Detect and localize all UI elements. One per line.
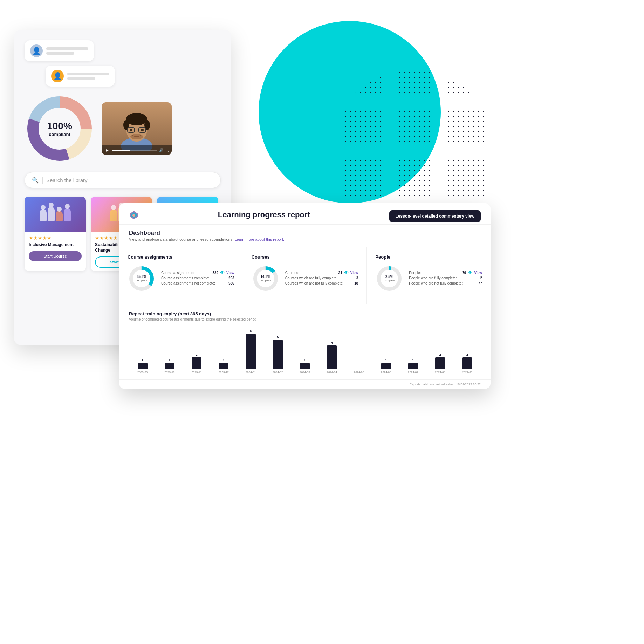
bar-val-2024-07: 1 bbox=[412, 358, 414, 362]
dashboard-desc-text: View and analyse data about course and l… bbox=[129, 237, 233, 241]
bar-label-2024-08: 2024-08 bbox=[427, 371, 454, 374]
chat-line bbox=[67, 77, 95, 80]
courses-donut-pct: 14.3% bbox=[260, 275, 271, 279]
bar-val-2023-11: 2 bbox=[196, 353, 198, 356]
bar-val-2024-09: 2 bbox=[466, 353, 468, 356]
search-bar[interactable]: 🔍 Search the library bbox=[25, 172, 221, 188]
courses-label-incomplete: Courses which are not fully complete: bbox=[285, 281, 343, 285]
courses-row-total: Courses: 21 👁 View bbox=[285, 270, 358, 275]
eye-icon-people: 👁 bbox=[468, 270, 472, 275]
person-icon-2: 👤 bbox=[53, 72, 62, 80]
avatar-1: 👤 bbox=[30, 44, 43, 57]
volume-icon[interactable]: 🔊 bbox=[159, 148, 163, 152]
chat-line bbox=[46, 52, 74, 55]
chat-bubble-2: 👤 bbox=[46, 66, 115, 87]
people-value: 79 👁 View bbox=[462, 270, 482, 275]
bar-2023-11 bbox=[192, 357, 201, 369]
view-link[interactable]: View bbox=[226, 271, 234, 275]
bar-label-2024-01: 2024-01 bbox=[237, 371, 264, 374]
bar-val-2024-01: 6 bbox=[250, 329, 252, 333]
bar-2024-08 bbox=[435, 357, 445, 369]
report-logo bbox=[129, 210, 139, 220]
assignments-donut-pct: 35.3% bbox=[136, 275, 147, 279]
stat-title-courses: Courses bbox=[252, 254, 358, 260]
people-value-complete: 2 bbox=[480, 276, 482, 280]
chat-line bbox=[46, 47, 88, 50]
courses-value: 21 👁 View bbox=[338, 270, 358, 275]
bar-label-2023-12: 2023-12 bbox=[210, 371, 237, 374]
stat-num: 829 bbox=[212, 271, 218, 275]
people-donut-pct: 2.5% bbox=[384, 275, 395, 279]
dashboard-title: Dashboard bbox=[119, 229, 491, 237]
video-progress-bar[interactable] bbox=[112, 150, 157, 151]
bar-group-2024-01: 6 bbox=[237, 329, 264, 369]
assignments-donut-label: 35.3% complete bbox=[136, 275, 147, 282]
brand-logo-icon bbox=[129, 210, 139, 220]
bar-2023-12 bbox=[219, 363, 228, 369]
right-card: Learning progress report Lesson-level de… bbox=[119, 203, 491, 389]
stat-title-people: People bbox=[375, 254, 482, 260]
course-card-inclusive: ★★★★★ Inclusive Management Start Course bbox=[25, 197, 86, 271]
bar-val-2023-10: 1 bbox=[169, 358, 170, 362]
stat-value-incomplete: 536 bbox=[228, 281, 234, 285]
bar-2024-09 bbox=[462, 357, 472, 369]
chat-line bbox=[67, 73, 109, 75]
video-progress-fill bbox=[112, 150, 130, 151]
play-button[interactable]: ▶ bbox=[104, 147, 110, 153]
courses-donut-label: 14.3% complete bbox=[260, 275, 271, 282]
learn-more-link[interactable]: Learn more about this report. bbox=[234, 237, 284, 241]
view-link-people[interactable]: View bbox=[474, 271, 482, 275]
bar-val-2024-08: 2 bbox=[439, 353, 441, 356]
bar-group-2024-07: 1 bbox=[399, 358, 426, 369]
stat-value-complete: 293 bbox=[228, 276, 234, 280]
chat-lines-1 bbox=[46, 47, 88, 55]
stat-donut-row-assignments: 35.3% complete Course assignments: 829 👁… bbox=[128, 265, 234, 293]
bar-val-2023-12: 1 bbox=[223, 358, 225, 362]
donut-percent: 100% bbox=[47, 121, 72, 132]
bar-val-2024-06: 1 bbox=[385, 358, 387, 362]
figure-4 bbox=[64, 208, 71, 221]
bar-2024-03 bbox=[300, 363, 310, 369]
people-row-complete: People who are fully complete: 2 bbox=[409, 276, 482, 280]
bar-2024-01 bbox=[246, 334, 256, 369]
fullscreen-icon[interactable]: ⛶ bbox=[165, 148, 169, 152]
stat-box-courses: Courses 14.3% complete Courses: bbox=[243, 247, 367, 304]
courses-label-complete: Courses which are fully complete: bbox=[285, 276, 338, 280]
figure-1 bbox=[40, 209, 47, 221]
footer-text: Reports database last refreshed: 18/09/2… bbox=[410, 383, 481, 386]
stat-box-assignments: Course assignments 35.3% complete Course… bbox=[119, 247, 243, 304]
bar-2024-07 bbox=[408, 363, 418, 369]
course-card-body-inclusive: ★★★★★ Inclusive Management Start Course bbox=[25, 232, 86, 265]
stat-donut-row-courses: 14.3% complete Courses: 21 👁 View bbox=[252, 265, 358, 293]
courses-label: Courses: bbox=[285, 271, 299, 275]
donut-label: 100% compliant bbox=[47, 121, 72, 137]
search-placeholder: Search the library bbox=[46, 177, 88, 183]
search-divider bbox=[42, 177, 43, 184]
people-row-total: People: 79 👁 View bbox=[409, 270, 482, 275]
eye-icon-courses: 👁 bbox=[344, 270, 348, 275]
bar-label-2024-03: 2024-03 bbox=[291, 371, 318, 374]
chat-lines-2 bbox=[67, 73, 109, 80]
bar-group-2023-10: 1 bbox=[156, 358, 183, 369]
lesson-level-button[interactable]: Lesson-level detailed commentary view bbox=[389, 210, 481, 222]
stat-title-assignments: Course assignments bbox=[128, 254, 234, 260]
bar-group-2023-09: 1 bbox=[129, 358, 156, 369]
bar-label-2024-09: 2024-09 bbox=[454, 371, 481, 374]
people-label: People: bbox=[409, 271, 421, 275]
courses-value-incomplete: 18 bbox=[354, 281, 358, 285]
people-label-incomplete: People who are not fully complete: bbox=[409, 281, 463, 285]
start-course-inclusive-button[interactable]: Start Course bbox=[29, 251, 82, 261]
report-footer: Reports database last refreshed: 18/09/2… bbox=[119, 379, 491, 389]
bar-val-2024-04: 4 bbox=[331, 341, 333, 344]
video-thumbnail[interactable]: ▶ 🔊 ⛶ bbox=[102, 102, 172, 155]
bar-label-2023-10: 2023-10 bbox=[156, 371, 183, 374]
view-link-courses[interactable]: View bbox=[350, 271, 358, 275]
bar-group-2024-03: 1 bbox=[291, 358, 318, 369]
person-illustration bbox=[116, 106, 158, 151]
chart-section: Repeat training expiry (next 365 days) V… bbox=[119, 304, 491, 379]
video-controls[interactable]: ▶ 🔊 ⛶ bbox=[102, 145, 172, 155]
report-top-row: Learning progress report Lesson-level de… bbox=[129, 210, 481, 222]
report-header: Learning progress report Lesson-level de… bbox=[119, 203, 491, 225]
bar-group-2023-11: 2 bbox=[183, 353, 210, 369]
assignments-stat-details: Course assignments: 829 👁 View Course as… bbox=[161, 270, 234, 287]
